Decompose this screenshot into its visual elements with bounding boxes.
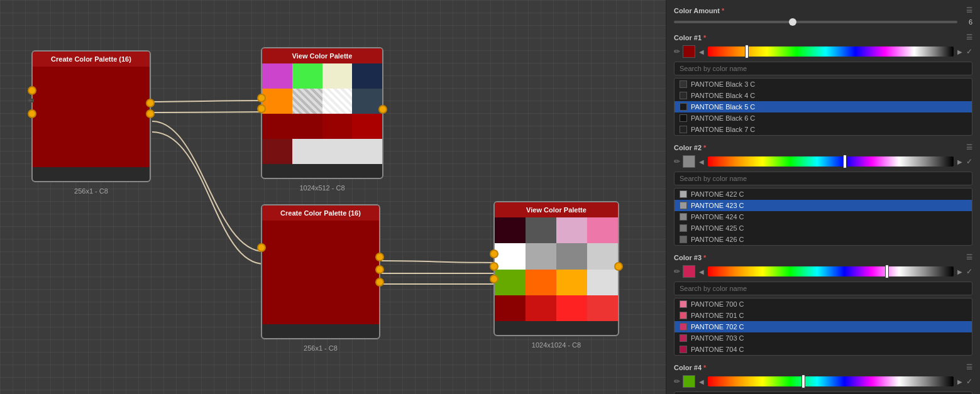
color1-row: ✏ ◀ ▶ ✓ xyxy=(674,45,972,58)
color-amount-track[interactable] xyxy=(674,21,957,23)
port-create2-right1[interactable] xyxy=(375,253,384,261)
canvas[interactable]: Create Color Palette (16) 256x1 - C8 Vie… xyxy=(0,0,666,394)
color1-item-4[interactable]: PANTONE Black 7 C xyxy=(674,124,972,135)
port-view2-right1[interactable] xyxy=(614,262,623,271)
color3-item-1[interactable]: PANTONE 701 C xyxy=(674,310,972,321)
color4-label: Color #4 * ☰ xyxy=(674,363,972,371)
port-create2-right2[interactable] xyxy=(375,265,384,274)
color2-item-4[interactable]: PANTONE 426 C xyxy=(674,234,972,245)
color1-item-2[interactable]: PANTONE Black 5 C xyxy=(674,101,972,112)
color3-edit-icon[interactable]: ✏ xyxy=(674,267,680,276)
color3-confirm-icon[interactable]: ✓ xyxy=(966,267,972,276)
color2-arrow-left[interactable]: ◀ xyxy=(698,158,705,165)
color4-search[interactable] xyxy=(674,391,972,394)
color2-search[interactable] xyxy=(674,172,972,185)
color1-confirm-icon[interactable]: ✓ xyxy=(966,47,972,56)
color1-gradient-thumb[interactable] xyxy=(745,45,749,58)
color3-item-2[interactable]: PANTONE 702 C xyxy=(674,321,972,332)
node-create1-body xyxy=(33,67,150,167)
port-view1-right1[interactable] xyxy=(378,105,387,114)
port-create2-left1[interactable] xyxy=(257,243,266,252)
color2-gradient[interactable] xyxy=(708,156,954,167)
color3-row: ✏ ◀ ▶ ✓ xyxy=(674,265,972,278)
color2-item-3[interactable]: PANTONE 425 C xyxy=(674,222,972,234)
color2-menu-icon[interactable]: ☰ xyxy=(966,143,972,151)
node-view2-header: View Color Palette xyxy=(495,202,618,217)
color2-row: ✏ ◀ ▶ ✓ xyxy=(674,155,972,168)
color1-section: Color #1 * ☰ ✏ ◀ ▶ ✓ PANTONE Black 3 C P… xyxy=(674,33,972,136)
node-create2-body xyxy=(262,221,379,324)
port-create1-right2[interactable] xyxy=(146,109,155,118)
color4-section: Color #4 * ☰ ✏ ◀ ▶ ✓ PANTONE 372 C xyxy=(674,363,972,394)
node-view2[interactable]: View Color Palette xyxy=(493,201,619,336)
port-view1-left2[interactable] xyxy=(257,104,266,113)
color2-item-1[interactable]: PANTONE 423 C xyxy=(674,200,972,211)
color2-item-2[interactable]: PANTONE 424 C xyxy=(674,211,972,222)
node-create1-header: Create Color Palette (16) xyxy=(33,52,150,67)
color2-edit-icon[interactable]: ✏ xyxy=(674,157,680,166)
color-amount-value: 6 xyxy=(962,18,972,26)
color3-section: Color #3 * ☰ ✏ ◀ ▶ ✓ PANTONE 700 C PANTO… xyxy=(674,253,972,356)
color2-gradient-thumb[interactable] xyxy=(843,155,847,168)
color3-gradient[interactable] xyxy=(708,266,954,276)
port-view2-left2[interactable] xyxy=(490,262,498,271)
port-view1-left1[interactable] xyxy=(257,94,266,102)
color3-menu-icon[interactable]: ☰ xyxy=(966,253,972,261)
node-create1-label: 256x1 - C8 xyxy=(74,187,108,195)
node-create2-label: 256x1 - C8 xyxy=(304,344,338,352)
color4-gradient-thumb[interactable] xyxy=(801,375,805,388)
color1-arrow-right[interactable]: ▶ xyxy=(956,48,964,55)
color4-menu-icon[interactable]: ☰ xyxy=(966,363,972,371)
color1-menu-icon[interactable]: ☰ xyxy=(966,33,972,41)
color4-row: ✏ ◀ ▶ ✓ xyxy=(674,375,972,388)
port-view2-left3[interactable] xyxy=(490,275,498,283)
color4-arrow-left[interactable]: ◀ xyxy=(698,378,705,385)
right-panel: Color Amount * ☰ 6 Color #1 * ☰ ✏ ◀ ▶ ✓ xyxy=(666,0,980,394)
port-create1-right1[interactable] xyxy=(146,99,155,107)
color2-list: PANTONE 422 C PANTONE 423 C PANTONE 424 … xyxy=(674,188,972,246)
color2-confirm-icon[interactable]: ✓ xyxy=(966,157,972,166)
color2-swatch[interactable] xyxy=(683,155,695,168)
color4-arrow-right[interactable]: ▶ xyxy=(956,378,964,385)
color2-arrow-right[interactable]: ▶ xyxy=(956,158,964,165)
color1-swatch[interactable] xyxy=(683,45,695,58)
color3-list: PANTONE 700 C PANTONE 701 C PANTONE 702 … xyxy=(674,298,972,356)
node-create2[interactable]: Create Color Palette (16) 256x1 - C8 xyxy=(261,204,380,339)
node-view2-body xyxy=(495,217,618,321)
color2-section: Color #2 * ☰ ✏ ◀ ▶ ✓ PANTONE 422 C PANTO… xyxy=(674,143,972,246)
color1-item-3[interactable]: PANTONE Black 6 C xyxy=(674,112,972,124)
color3-arrow-right[interactable]: ▶ xyxy=(956,268,964,275)
node-view1-label: 1024x512 - C8 xyxy=(299,184,344,192)
color3-swatch[interactable] xyxy=(683,265,695,278)
node-view1-body xyxy=(262,63,382,164)
color4-swatch[interactable] xyxy=(683,375,695,388)
color1-item-0[interactable]: PANTONE Black 3 C xyxy=(674,79,972,90)
node-view1[interactable]: View Color Palette xyxy=(261,47,383,179)
color3-item-3[interactable]: PANTONE 703 C xyxy=(674,332,972,344)
color1-arrow-left[interactable]: ◀ xyxy=(698,48,705,55)
port-view2-left1[interactable] xyxy=(490,249,498,258)
port-create2-right3[interactable] xyxy=(375,278,384,287)
color4-gradient[interactable] xyxy=(708,376,954,386)
color1-edit-icon[interactable]: ✏ xyxy=(674,47,680,56)
color3-item-4[interactable]: PANTONE 704 C xyxy=(674,344,972,355)
port-create1-left3[interactable] xyxy=(28,109,36,118)
port-create1-left1[interactable] xyxy=(28,86,36,95)
color-amount-slider-row: 6 xyxy=(674,18,972,26)
color3-gradient-thumb[interactable] xyxy=(885,265,889,278)
color4-edit-icon[interactable]: ✏ xyxy=(674,377,680,386)
color1-item-1[interactable]: PANTONE Black 4 C xyxy=(674,90,972,101)
color1-gradient[interactable] xyxy=(708,47,954,57)
color1-search[interactable] xyxy=(674,62,972,75)
color2-item-0[interactable]: PANTONE 422 C xyxy=(674,189,972,200)
node-view1-header: View Color Palette xyxy=(262,48,382,63)
color3-item-0[interactable]: PANTONE 700 C xyxy=(674,298,972,310)
color3-label: Color #3 * ☰ xyxy=(674,253,972,261)
color-amount-thumb[interactable] xyxy=(789,18,796,26)
color-amount-menu-icon[interactable]: ☰ xyxy=(966,6,972,14)
color4-confirm-icon[interactable]: ✓ xyxy=(966,377,972,386)
port-create1-left2[interactable] xyxy=(28,99,34,102)
node-create1[interactable]: Create Color Palette (16) 256x1 - C8 xyxy=(31,50,151,182)
color3-search[interactable] xyxy=(674,282,972,295)
color3-arrow-left[interactable]: ◀ xyxy=(698,268,705,275)
